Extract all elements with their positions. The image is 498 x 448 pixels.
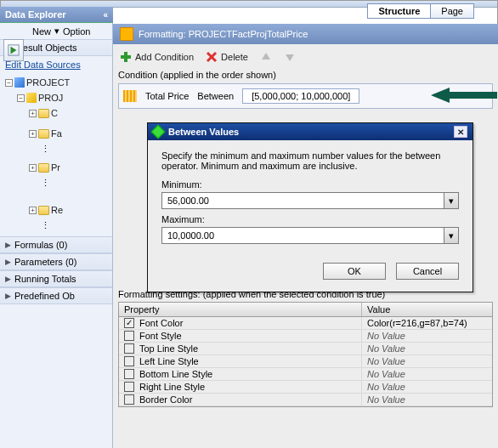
folder-icon [38,206,49,215]
table-row[interactable]: Bottom Line StyleNo Value [119,368,492,381]
formatting-title: Formatting: PROJECTFactProjTotalPrice [139,29,308,39]
property-name: Bottom Line Style [139,369,212,379]
minimum-field[interactable]: ▾ [161,192,459,209]
svg-marker-0 [11,47,17,54]
property-name: Font Style [139,331,182,341]
checkbox[interactable] [124,394,134,405]
checkbox[interactable]: ✓ [124,318,134,328]
side-tool-button[interactable] [3,39,24,61]
chevron-right-icon: ▶ [5,241,11,249]
folder-icon [38,109,49,118]
table-row[interactable]: Right Line StyleNo Value [119,381,492,394]
maximum-input[interactable] [162,228,444,243]
delete-label: Delete [221,52,248,62]
table-row[interactable]: Border ColorNo Value [119,394,492,406]
menu-divider: ▾ [54,26,59,37]
chevron-right-icon: ▶ [5,275,11,283]
section-label: Predefined Ob [14,291,75,301]
property-name: Border Color [139,394,192,405]
condition-icon [123,90,137,102]
condition-heading: Condition (applied in the order shown) [118,70,493,80]
delete-button[interactable]: Delete [206,51,248,63]
tree-folder[interactable]: +Fa [5,126,112,141]
data-explorer-header: Data Explorer « [0,7,113,23]
menu-new[interactable]: New [32,26,51,37]
property-name: Top Line Style [139,343,198,354]
formatting-header: Formatting: PROJECTFactProjTotalPrice [113,24,498,44]
formulas-section[interactable]: ▶Formulas (0) [0,236,112,253]
minimum-input[interactable] [162,193,444,208]
col-value[interactable]: Value [362,303,492,316]
section-label: Running Totals [14,274,76,284]
property-name: Left Line Style [139,356,199,366]
section-label: Parameters (0) [14,257,76,267]
menu-options[interactable]: Option [63,26,90,37]
folder-icon [38,163,49,173]
section-label: Formulas (0) [14,240,67,250]
table-row[interactable]: ✓Font ColorColor(r=216,g=87,b=74) [119,317,492,330]
annotation-arrow-icon [431,86,497,106]
property-value[interactable]: No Value [362,355,492,367]
property-name: Font Color [139,318,183,328]
tree-folder[interactable]: +C [5,105,112,121]
formatting-icon [120,27,133,41]
minimum-label: Minimum: [161,179,459,190]
cancel-button[interactable]: Cancel [396,263,459,280]
tree-leaf: ⋮ [5,218,112,233]
close-button[interactable]: ✕ [454,126,467,138]
property-value[interactable]: No Value [362,368,492,380]
checkbox[interactable] [124,356,134,366]
condition-field: Total Price [145,91,189,101]
property-value[interactable]: Color(r=216,g=87,b=74) [362,317,492,329]
svg-rect-3 [121,55,131,59]
panel-title: Data Explorer [5,9,66,20]
property-value[interactable]: No Value [362,330,492,342]
tree-folder[interactable]: +Pr [5,160,112,175]
condition-operator: Between [197,91,234,101]
add-condition-button[interactable]: Add Condition [120,51,194,63]
dropdown-icon[interactable]: ▾ [444,193,458,208]
svg-marker-7 [286,54,294,61]
checkbox[interactable] [124,331,134,341]
dropdown-icon[interactable]: ▾ [444,228,458,243]
delete-icon [206,51,218,63]
ok-button[interactable]: OK [323,263,386,280]
table-row[interactable]: Font StyleNo Value [119,330,492,343]
plus-icon [120,51,132,63]
col-property[interactable]: Property [119,303,362,316]
move-up-button[interactable] [260,51,272,63]
tree-leaf: ⋮ [5,141,112,156]
dialog-description: Specify the minimum and maximum number v… [161,150,459,171]
move-down-button[interactable] [284,51,296,63]
collapse-icon[interactable]: « [103,10,108,20]
property-value[interactable]: No Value [362,343,492,354]
property-value[interactable]: No Value [362,394,492,405]
tree-folder[interactable]: +Re [5,202,112,218]
formatting-table: Property Value ✓Font ColorColor(r=216,g=… [118,302,493,407]
property-name: Right Line Style [139,382,205,392]
property-value[interactable]: No Value [362,381,492,393]
svg-marker-6 [262,53,270,60]
checkbox[interactable] [124,382,134,392]
checkbox[interactable] [124,343,134,354]
between-values-dialog: Between Values ✕ Specify the minimum and… [147,122,473,292]
cube-icon [26,93,37,103]
checkbox[interactable] [124,369,134,379]
tree-child[interactable]: −PROJ [5,90,112,105]
folder-icon [38,129,49,139]
tree-root[interactable]: −PROJECT [5,75,112,90]
condition-value[interactable]: [5,000,000; 10,000,000] [242,88,359,104]
predefined-section[interactable]: ▶Predefined Ob [0,287,112,304]
condition-row[interactable]: Total Price Between [5,000,000; 10,000,0… [118,83,493,109]
table-row[interactable]: Top Line StyleNo Value [119,343,492,355]
data-tree: −PROJECT −PROJ +C +Fa ⋮ +Pr ⋮ +Re ⋮ [0,73,112,236]
table-row[interactable]: Left Line StyleNo Value [119,355,492,368]
chevron-right-icon: ▶ [5,258,11,266]
dialog-title: Between Values [168,127,239,137]
parameters-section[interactable]: ▶Parameters (0) [0,253,112,270]
chevron-right-icon: ▶ [5,292,11,300]
cube-icon [14,77,25,88]
running-totals-section[interactable]: ▶Running Totals [0,270,112,287]
svg-marker-8 [431,88,497,103]
maximum-field[interactable]: ▾ [161,227,459,244]
